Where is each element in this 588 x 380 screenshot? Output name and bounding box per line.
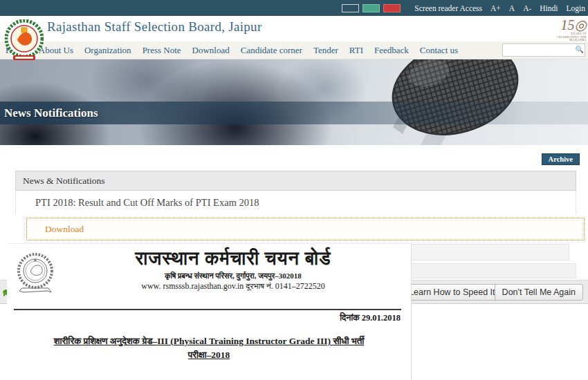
nav-item-about-us[interactable]: About Us [39,45,73,56]
download-link-box: Download [26,218,585,240]
nav-item-download[interactable]: Download [192,45,230,56]
login-link[interactable]: Login [567,4,585,12]
font-normal-link[interactable]: A [509,4,515,12]
nav-item-tender[interactable]: Tender [313,45,338,56]
nav-item-rti[interactable]: RTI [349,45,363,56]
letterhead-divider [14,309,401,310]
nav-item-candidate-corner[interactable]: Candidate corner [241,45,302,56]
font-increase-link[interactable]: A+ [490,4,501,12]
theme-red-swatch[interactable] [383,4,401,12]
hero-banner: News Notifications [0,59,588,145]
screen-reader-access-link[interactable]: Screen reader Access [414,4,482,12]
nav-item-contact-us[interactable]: Contact us [420,45,458,56]
document-date: दिनांक 29.01.2018 [340,313,401,323]
pdf-document-overlay: राजस्थान कर्मचारी चयन बोर्ड कृषि प्रबन्ध… [7,243,412,380]
document-letterhead: राजस्थान कर्मचारी चयन बोर्ड कृषि प्रबन्ध… [76,248,390,292]
font-decrease-link[interactable]: A- [523,4,531,12]
news-section-title: News & Notifications [23,175,104,187]
main-nav: Home About Us Organization Press Note Do… [0,41,588,59]
gandhi-150-logo: 15◎ YEARS OF CELEBRATING THE MAHATMA [555,18,587,41]
search-icon[interactable]: 🔍 [576,46,584,53]
news-section: News & Notifications PTI 2018: Result an… [15,171,576,214]
rssb-emblem-logo [5,19,44,62]
board-bw-emblem [17,252,54,298]
news-item-row[interactable]: PTI 2018: Result and Cut Off Marks of PT… [15,191,576,214]
search-input[interactable] [502,44,585,57]
download-link[interactable]: Download [27,224,84,235]
document-title: शारीरिक प्रशिक्षण अनुदेशक ग्रेड–III (Phy… [14,334,404,363]
dont-tell-me-again-button[interactable]: Don't Tell Me Again [495,284,583,301]
site-header: Rajasthan Staff Selection Board, Jaipur … [0,16,588,41]
page-title: News Notifications [0,106,98,120]
board-address: कृषि प्रबन्ध संस्थान परिसर, दुर्गापुरा, … [76,272,390,281]
board-name-hindi: राजस्थान कर्मचारी चयन बोर्ड [76,248,390,269]
theme-default-swatch[interactable] [342,4,359,12]
news-item-title: PTI 2018: Result and Cut Off Marks of PT… [35,197,259,209]
page: { "topbar": { "links": ["Screen reader A… [0,0,588,380]
nav-item-organization[interactable]: Organization [84,45,131,56]
news-section-header: News & Notifications [15,171,576,191]
search-container: 🔍 [502,44,585,57]
site-title: Rajasthan Staff Selection Board, Jaipur [47,19,262,35]
hindi-link[interactable]: Hindi [540,4,558,12]
accessibility-topbar: Screen reader Access A+ A A- Hindi Login [0,0,588,16]
archive-button[interactable]: Archive [542,153,580,165]
theme-teal-swatch[interactable] [362,4,380,12]
page-title-band: News Notifications [0,102,588,124]
nav-item-press-note[interactable]: Press Note [143,45,181,56]
board-contact: www. rsmsssb.rajasthan.gov.in दूरभाष नं.… [76,281,390,292]
nav-item-feedback[interactable]: Feedback [374,45,409,56]
theme-swatches [342,4,401,12]
